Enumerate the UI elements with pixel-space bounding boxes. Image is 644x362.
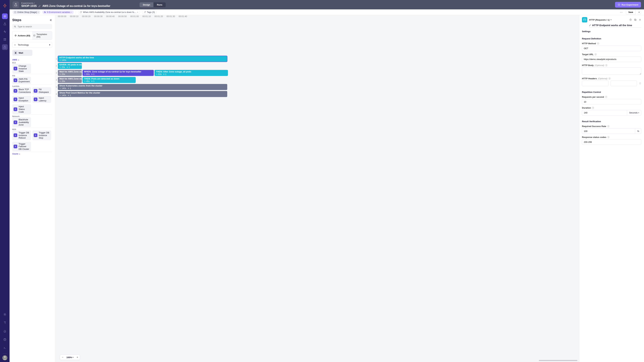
action-tile[interactable]: λInject Latency [32,96,51,103]
steps-sidebar: Steps Actions (83) Templates (50) Techno… [10,15,55,362]
tab-runs[interactable]: Runs [154,2,166,7]
zoom-out-button[interactable]: − [60,355,65,360]
category-aws[interactable]: AWS▴ [12,58,52,61]
action-tile[interactable]: λInject Status Code [12,104,31,114]
zoom-value[interactable]: 100% ▾ [65,356,75,359]
more-menu[interactable]: ··· [619,10,624,14]
tab-design[interactable]: Design [140,2,154,7]
zoom-in-button[interactable]: + [75,355,80,360]
result-verification-heading: Result Verification [582,120,641,123]
http-method-input[interactable] [582,45,641,51]
timeline-step[interactable]: Wait for AWS Zone outage20s [58,77,82,83]
action-tile[interactable]: λAWS FIS Experiment [12,77,31,84]
svg-rect-37 [634,19,636,20]
tab-templates[interactable]: Templates (50) [32,31,52,40]
nav-activity[interactable] [2,29,8,34]
svg-point-1 [4,16,5,17]
duration-unit-select[interactable]: Seconds ▾ [627,110,641,115]
svg-point-27 [92,81,92,82]
nav-terminal[interactable] [2,345,8,351]
edit-step-title-icon[interactable] [589,24,591,26]
timeline-step[interactable]: Wait for AWS Zone outage20s [58,70,82,76]
target-url-input[interactable] [582,56,641,62]
timeline-scrollbar[interactable] [60,360,578,361]
environment-selector[interactable]: Online Shop [Stage]▾ [12,10,40,14]
action-tile[interactable]: λBlock TCP Connections [12,87,31,94]
group-label: RDS [12,128,52,130]
svg-point-20 [92,73,92,75]
action-tile[interactable]: λBlackhole Availability Zone [12,117,31,127]
timeline-step[interactable]: GIVEN: All pods in eu-cen…20s1 [58,63,82,69]
details-panel: HTTP (Requests / s) ▾ HTTP Endpoint work… [579,15,644,362]
duplicate-step-icon[interactable] [634,18,636,21]
svg-point-16 [67,66,68,68]
svg-point-23 [163,73,164,75]
rps-input[interactable] [582,99,641,105]
status-codes-input[interactable] [582,139,641,145]
delete-header-icon[interactable] [639,82,641,85]
svg-point-17 [67,67,68,67]
header-key-input[interactable] [582,81,608,86]
http-body-input[interactable] [582,67,641,75]
nav-settings[interactable] [2,312,8,317]
action-tile[interactable]: λTrigger DB Instance Stop [32,130,51,140]
tags-button[interactable]: Tags (3) [142,10,157,14]
nav-templates[interactable] [2,44,8,50]
action-tile[interactable]: λTrigger DB Instance Reboot [12,130,31,140]
http-headers-label: HTTP Headers(Optional)? [582,77,641,80]
search-input[interactable] [18,25,50,28]
success-rate-input[interactable] [582,128,635,134]
steps-title: Steps [12,18,21,22]
svg-point-34 [68,95,69,95]
duration-label: Duration? [582,107,641,109]
save-button[interactable]: Save [626,10,636,14]
svg-rect-13 [34,35,35,36]
breadcrumb[interactable]: Experiments / [21,2,110,4]
nav-docs[interactable] [2,320,8,326]
settings-heading: Settings [582,30,641,33]
timeline-step[interactable]: THEN: After Zone outage, all pods60s1 [154,70,228,76]
duration-input[interactable] [582,110,627,115]
delete-step-icon[interactable] [629,18,632,21]
action-wait[interactable]: ⧗Wait [12,50,32,56]
timeline-step[interactable]: Show Pod Count Metrics for the cluster14… [58,91,227,97]
nav-dashboard[interactable] [2,13,8,19]
edit-title-icon[interactable] [38,5,41,7]
nav-connections[interactable] [2,36,8,42]
timeline-ruler: 00:00:0000:00:1000:00:2000:00:3000:00:40… [55,15,579,19]
save-dropdown[interactable]: ▾ [637,10,641,14]
header-value-input[interactable] [610,81,637,86]
design-runs-tabs: Design Runs [140,2,166,7]
svg-point-30 [68,88,69,89]
technology-select[interactable]: Technology ▾ [12,42,52,48]
logo-icon[interactable] [2,3,8,8]
svg-rect-35 [584,19,586,21]
timeline-step[interactable]: Show Kubernetes events from the cluster1… [58,84,227,90]
tab-actions[interactable]: Actions (83) [12,31,32,40]
timeline-step[interactable]: HTTP Endpoint works all the time140s [58,56,227,62]
action-tile[interactable]: λTrigger Failover DB Cluster [12,142,31,151]
action-tile[interactable]: λInject Exception [12,96,31,103]
repetition-control-heading: Repetition Control [582,91,641,93]
avatar[interactable] [2,355,8,360]
step-breadcrumb[interactable]: HTTP (Requests / s) ▾ [589,18,612,21]
category-azure[interactable]: Azure▴ [12,152,52,155]
action-tile[interactable]: λChange Instance State [12,64,31,73]
nav-help[interactable] [2,337,8,343]
timeline-step[interactable]: THEN: Pods are detected as down45s1 [82,77,136,83]
timeline-step[interactable]: WHEN: Zone outage of eu-central-1a for t… [82,70,154,76]
success-rate-suffix: % [635,128,641,134]
collapse-steps-icon[interactable] [49,18,52,22]
svg-point-33 [68,95,69,96]
zoom-control: − 100% ▾ + [60,355,80,360]
action-tile[interactable]: λFill Diskspace [32,87,51,94]
nav-experiments[interactable] [2,21,8,27]
close-panel-icon[interactable] [639,18,641,21]
svg-point-11 [14,26,16,27]
env-variables-button[interactable]: fx9 Environment variables▾ [42,10,74,14]
svg-point-24 [164,74,164,74]
hypothesis-button[interactable]: When AWS Availability Zone eu-central-1a… [78,10,140,14]
nav-notifications[interactable] [2,328,8,334]
run-experiment-button[interactable]: Run Experiment [615,2,641,7]
svg-point-6 [4,314,5,315]
